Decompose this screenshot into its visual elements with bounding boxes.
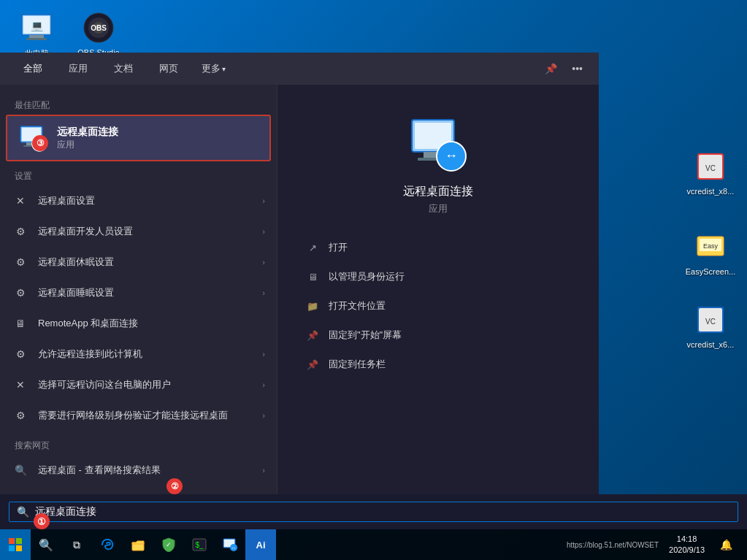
menu-item-remoteapp[interactable]: 🖥 RemoteApp 和桌面连接 bbox=[0, 308, 277, 339]
rdp-dev-arrow: › bbox=[262, 227, 265, 236]
action-open[interactable]: ↗ 打开 bbox=[299, 233, 577, 262]
taskbar-explorer[interactable] bbox=[123, 529, 153, 560]
taskbar-time-value: 14:18 bbox=[677, 534, 697, 545]
open-icon: ↗ bbox=[305, 240, 320, 255]
menu-item-rdp-sleep[interactable]: ⚙ 远程桌面睡眠设置 › bbox=[0, 277, 277, 308]
vcredist-x6-icon: VC bbox=[693, 302, 728, 337]
desktop-icon-easyscr[interactable]: Easy EasyScreen... bbox=[681, 226, 740, 279]
search-bar-area: 🔍 远程桌面连接 bbox=[0, 494, 747, 529]
notification-icon[interactable]: 🔔 bbox=[710, 529, 741, 560]
search-more-icon[interactable]: ••• bbox=[567, 60, 587, 77]
easyscr-icon: Easy bbox=[693, 229, 728, 264]
svg-rect-40 bbox=[9, 538, 15, 544]
tab-apps[interactable]: 应用 bbox=[57, 58, 99, 80]
remoteapp-label: RemoteApp 和桌面连接 bbox=[38, 317, 265, 330]
svg-rect-41 bbox=[16, 538, 22, 544]
remoteapp-icon: 🖥 bbox=[12, 315, 29, 332]
svg-text:VC: VC bbox=[705, 164, 716, 172]
menu-item-network-auth[interactable]: ⚙ 需要进行网络级别身份验证才能连接远程桌面 › bbox=[0, 400, 277, 431]
taskbar-search-icon[interactable]: 🔍 bbox=[31, 529, 61, 560]
run-admin-icon: 🖥 bbox=[305, 269, 320, 284]
badge-3: ③ bbox=[32, 135, 48, 151]
desktop-icon-vcredist-x8[interactable]: VC vcredist_x8... bbox=[681, 146, 740, 199]
taskbar-shield[interactable]: ✓ bbox=[153, 529, 184, 560]
svg-rect-2 bbox=[26, 38, 47, 40]
allow-remote-arrow: › bbox=[262, 350, 265, 358]
rdp-idle-icon: ⚙ bbox=[12, 253, 29, 271]
select-users-arrow: › bbox=[262, 380, 265, 389]
desktop: 💻 此电脑 OBS OBS Studio ♻ 回收站 bbox=[0, 0, 747, 560]
vcredist-x8-label: vcredist_x8... bbox=[687, 187, 735, 196]
app-preview-name: 远程桌面连接 bbox=[403, 184, 473, 199]
systray: https://blog.51.net/NOWSET bbox=[562, 541, 663, 549]
search-bar-icon: 🔍 bbox=[17, 506, 29, 518]
svg-rect-42 bbox=[9, 545, 15, 551]
tab-all[interactable]: 全部 bbox=[12, 58, 54, 80]
vcredist-x8-icon: VC bbox=[693, 149, 728, 184]
menu-item-select-users[interactable]: ✕ 选择可远程访问这台电脑的用户 › bbox=[0, 369, 277, 400]
app-preview-type: 应用 bbox=[429, 202, 448, 215]
action-open-label: 打开 bbox=[329, 241, 348, 254]
taskbar-right: https://blog.51.net/NOWSET 14:18 2020/9/… bbox=[562, 529, 747, 560]
rdp-settings-label: 远程桌面设置 bbox=[38, 194, 262, 207]
action-pin-taskbar[interactable]: 📌 固定到任务栏 bbox=[299, 350, 577, 379]
taskbar-terminal[interactable]: $_ bbox=[184, 529, 215, 560]
tab-web[interactable]: 网页 bbox=[148, 58, 190, 80]
taskbar-task-view[interactable]: ⧉ bbox=[61, 529, 92, 560]
action-open-location[interactable]: 📁 打开文件位置 bbox=[299, 291, 577, 321]
action-pin-start[interactable]: 📌 固定到"开始"屏幕 bbox=[299, 321, 577, 350]
start-menu-tabs: 全部 应用 文档 网页 更多 ▾ 📌 ••• bbox=[0, 53, 599, 85]
search-web-icon: 🔍 bbox=[12, 461, 29, 479]
best-match-text: 远程桌面连接 应用 bbox=[57, 126, 118, 151]
start-button[interactable] bbox=[0, 529, 31, 560]
search-pin-icon[interactable]: 📌 bbox=[540, 60, 562, 77]
svg-text:↔: ↔ bbox=[445, 148, 458, 163]
rdp-idle-arrow: › bbox=[262, 258, 265, 266]
allow-remote-label: 允许远程连接到此计算机 bbox=[38, 348, 262, 361]
search-bar[interactable]: 🔍 远程桌面连接 bbox=[9, 502, 738, 522]
network-auth-icon: ⚙ bbox=[12, 407, 29, 424]
search-web-item[interactable]: 🔍 远程桌面 - 查看网络搜索结果 › bbox=[0, 455, 277, 486]
taskbar: 🔍 ⧉ ✓ bbox=[0, 529, 747, 560]
vcredist-x6-label: vcredist_x6... bbox=[687, 340, 735, 349]
svg-text:✓: ✓ bbox=[166, 541, 172, 548]
start-menu: 全部 应用 文档 网页 更多 ▾ 📌 ••• 最佳匹配 bbox=[0, 53, 599, 494]
rdp-idle-label: 远程桌面休眠设置 bbox=[38, 256, 262, 269]
tab-more[interactable]: 更多 ▾ bbox=[193, 58, 234, 80]
app-preview-icon: ↔ bbox=[409, 114, 467, 172]
badge-2: ② bbox=[166, 478, 183, 494]
taskbar-clock[interactable]: 14:18 2020/9/13 bbox=[663, 534, 710, 556]
svg-rect-36 bbox=[424, 152, 438, 158]
svg-text:↔: ↔ bbox=[231, 545, 237, 551]
allow-remote-icon: ⚙ bbox=[12, 345, 29, 363]
settings-label: 设置 bbox=[0, 161, 277, 185]
search-web-text: 远程桌面 - 查看网络搜索结果 bbox=[38, 464, 161, 477]
action-run-admin[interactable]: 🖥 以管理员身份运行 bbox=[299, 262, 577, 291]
taskbar-rdp[interactable]: ↔ bbox=[215, 529, 245, 560]
search-web-label: 搜索网页 bbox=[0, 431, 277, 455]
best-match-type: 应用 bbox=[57, 139, 118, 151]
menu-item-rdp-dev[interactable]: ⚙ 远程桌面开发人员设置 › bbox=[0, 216, 277, 247]
best-match-name: 远程桌面连接 bbox=[57, 126, 118, 139]
select-users-label: 选择可远程访问这台电脑的用户 bbox=[38, 378, 262, 391]
taskbar-edge[interactable] bbox=[92, 529, 123, 560]
desktop-icon-vcredist-x6[interactable]: VC vcredist_x6... bbox=[681, 299, 740, 352]
menu-item-rdp-settings[interactable]: ✕ 远程桌面设置 › bbox=[0, 185, 277, 216]
start-menu-right: ↔ 远程桌面连接 应用 ↗ 打开 🖥 以管理员身份运行 📁 bbox=[277, 85, 599, 494]
network-auth-label: 需要进行网络级别身份验证才能连接远程桌面 bbox=[38, 410, 262, 422]
rdp-sleep-icon: ⚙ bbox=[12, 284, 29, 302]
svg-rect-43 bbox=[16, 545, 22, 551]
ai-area: Ai bbox=[245, 529, 276, 560]
tab-docs[interactable]: 文档 bbox=[102, 58, 145, 80]
svg-text:VC: VC bbox=[705, 318, 716, 326]
taskbar-ai-btn[interactable]: Ai bbox=[245, 529, 276, 560]
action-pin-start-label: 固定到"开始"屏幕 bbox=[329, 329, 402, 342]
action-open-location-label: 打开文件位置 bbox=[329, 299, 386, 312]
open-location-icon: 📁 bbox=[305, 299, 320, 313]
rdp-sleep-arrow: › bbox=[262, 288, 265, 297]
systray-text: https://blog.51.net/NOWSET bbox=[567, 541, 659, 549]
menu-item-allow-remote[interactable]: ⚙ 允许远程连接到此计算机 › bbox=[0, 339, 277, 369]
menu-item-rdp-idle[interactable]: ⚙ 远程桌面休眠设置 › bbox=[0, 247, 277, 277]
pin-taskbar-icon: 📌 bbox=[305, 357, 320, 372]
rdp-dev-icon: ⚙ bbox=[12, 223, 29, 240]
